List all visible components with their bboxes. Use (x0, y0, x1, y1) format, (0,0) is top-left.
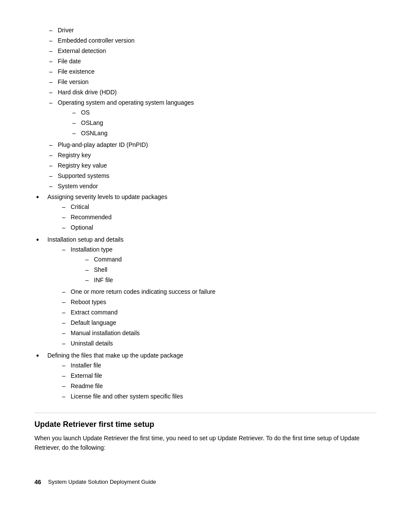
item-text: OSNLang (81, 129, 107, 138)
list-item: – External file (60, 371, 183, 380)
item-text: Supported systems (58, 171, 109, 180)
dash-icon: – (60, 245, 71, 254)
dash-icon: – (71, 129, 81, 138)
files-group: • Defining the files that make up the up… (34, 351, 377, 402)
item-text: Uninstall details (71, 339, 113, 348)
dash-icon: – (84, 255, 94, 264)
item-text: Embedded controller version (58, 36, 134, 45)
dash-icon: – (47, 98, 58, 107)
severity-sub-list: – Critical – Recommended – Optional (47, 202, 168, 232)
list-item: – Plug-and-play adapter ID (PnPID) (47, 140, 377, 149)
list-item: – Shell (84, 265, 122, 274)
item-text: Shell (94, 265, 107, 274)
content-area: – Driver – Embedded controller version –… (34, 26, 377, 461)
list-item: – Hard disk drive (HDD) (47, 88, 377, 97)
list-item: – Installer file (60, 361, 183, 370)
dash-icon: – (60, 371, 71, 380)
dash-icon: – (84, 265, 94, 274)
list-item: – Optional (60, 223, 168, 232)
severity-group: • Assigning severity levels to update pa… (34, 193, 377, 233)
list-item: – License file and other system specific… (60, 392, 183, 401)
dash-icon: – (60, 361, 71, 370)
item-text: File date (58, 57, 81, 66)
dash-icon: – (47, 57, 58, 66)
dash-icon: – (84, 276, 94, 285)
list-item: – Registry key value (47, 161, 377, 170)
item-text: Extract command (71, 308, 118, 317)
list-item: – Supported systems (47, 171, 377, 180)
list-item: – Operating system and operating system … (47, 98, 377, 139)
bullet-icon: • (34, 235, 47, 245)
dash-icon: – (71, 108, 81, 117)
item-text: OS (81, 108, 90, 117)
list-item: – File date (47, 57, 377, 66)
dash-icon: – (47, 161, 58, 170)
dash-icon: – (60, 287, 71, 296)
dash-icon: – (47, 47, 58, 56)
list-item: – Reboot types (60, 298, 215, 307)
item-text: Registry key (58, 151, 91, 160)
list-item: – Driver (47, 26, 377, 35)
list-item: – Critical (60, 202, 168, 212)
list-item: – Embedded controller version (47, 36, 377, 45)
list-item: – Uninstall details (60, 339, 215, 348)
installation-content: Installation setup and details – Install… (47, 235, 215, 349)
item-text: Hard disk drive (HDD) (58, 88, 117, 97)
installation-type-sub: – Command – Shell – INF file (71, 255, 122, 285)
dash-icon: – (47, 26, 58, 35)
dash-icon: – (47, 36, 58, 45)
dash-icon: – (60, 329, 71, 338)
item-text: Plug-and-play adapter ID (PnPID) (58, 140, 148, 149)
first-sub-list: – Driver – Embedded controller version –… (47, 26, 377, 191)
item-text: Readme file (71, 382, 103, 391)
section-divider (34, 413, 377, 413)
item-text: Installer file (71, 361, 101, 370)
list-item: – Extract command (60, 308, 215, 317)
list-item: – OSNLang (71, 129, 194, 138)
page: – Driver – Embedded controller version –… (0, 0, 411, 511)
installation-group: • Installation setup and details – Insta… (34, 235, 377, 349)
item-text: Manual installation details (71, 329, 140, 338)
list-item: – File version (47, 78, 377, 87)
list-item: – Recommended (60, 213, 168, 222)
severity-label: Assigning severity levels to update pack… (47, 193, 168, 200)
dash-icon: – (60, 382, 71, 391)
os-sub-list: – OS – OSLang – OSNLang (58, 108, 194, 138)
list-item: – INF file (84, 276, 122, 285)
item-text: Default language (71, 318, 116, 327)
dash-icon: – (47, 88, 58, 97)
dash-icon: – (60, 223, 71, 232)
installation-type-group: Installation type – Command – Shell (71, 245, 122, 286)
item-text: Optional (71, 223, 93, 232)
installation-label: Installation setup and details (47, 236, 124, 243)
section-heading: Update Retriever first time setup (34, 420, 377, 429)
files-label: Defining the files that make up the upda… (47, 352, 183, 359)
list-item: – Manual installation details (60, 329, 215, 338)
installation-sub-list: – Installation type – Command – She (47, 245, 215, 348)
dash-icon: – (60, 339, 71, 348)
list-item: – Command (84, 255, 122, 264)
item-text: Installation type (71, 246, 112, 253)
list-item: – File existence (47, 67, 377, 76)
dash-icon: – (71, 118, 81, 128)
list-item: – Installation type – Command – She (60, 245, 215, 286)
dash-icon: – (60, 202, 71, 212)
item-text: Reboot types (71, 298, 106, 307)
list-item: – Readme file (60, 382, 183, 391)
item-text: File existence (58, 67, 95, 76)
dash-icon: – (60, 318, 71, 327)
dash-icon: – (47, 182, 58, 191)
item-text: External file (71, 371, 102, 380)
list-item: – Registry key (47, 151, 377, 160)
bullet-icon: • (34, 351, 47, 361)
bullet-icon: • (34, 193, 47, 202)
item-text: Registry key value (58, 161, 107, 170)
dash-icon: – (60, 213, 71, 222)
item-text: One or more return codes indicating succ… (71, 287, 215, 296)
list-item: – Default language (60, 318, 215, 327)
item-text: INF file (94, 276, 113, 285)
dash-icon: – (47, 171, 58, 180)
item-text: Recommended (71, 213, 112, 222)
section-text: When you launch Update Retriever the fir… (34, 433, 377, 453)
list-item: – System vendor (47, 182, 377, 191)
